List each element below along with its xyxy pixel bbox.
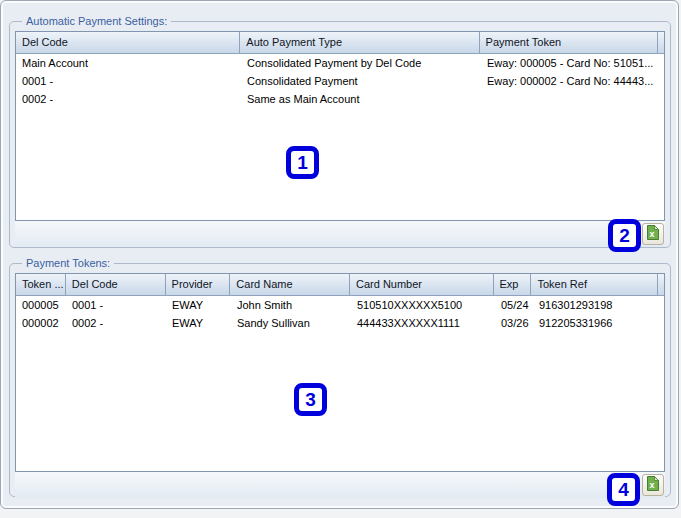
column-header-card-number[interactable]: Card Number: [350, 274, 494, 295]
export-excel-button[interactable]: x: [642, 474, 664, 496]
column-header-del-code[interactable]: Del Code: [66, 274, 166, 295]
column-header-card-name[interactable]: Card Name: [230, 274, 350, 295]
payment-tokens-grid: Token ... Del Code Provider Card Name Ca…: [15, 273, 665, 472]
cell-auto-payment-type: Consolidated Payment: [241, 72, 481, 90]
cell-provider: EWAY: [166, 296, 231, 314]
cell-token-ref: 912205331966: [533, 314, 660, 332]
column-header-del-code[interactable]: Del Code: [16, 32, 240, 53]
column-header-filler: [658, 32, 664, 53]
column-header-token-ref[interactable]: Token Ref: [531, 274, 658, 295]
column-header-auto-payment-type[interactable]: Auto Payment Type: [240, 32, 479, 53]
group-title-payment-tokens: Payment Tokens:: [22, 256, 114, 270]
table-row[interactable]: 0002 - Same as Main Account: [16, 90, 664, 108]
cell-auto-payment-type: Consolidated Payment by Del Code: [241, 54, 481, 72]
cell-del-code: Main Account: [16, 54, 241, 72]
cell-token: 000002: [16, 314, 66, 332]
cell-payment-token: Eway: 000005 - Card No: 51051...: [481, 54, 660, 72]
cell-del-code: 0001 -: [66, 296, 166, 314]
column-header-token[interactable]: Token ...: [16, 274, 66, 295]
cell-payment-token: [481, 90, 660, 108]
table-row[interactable]: Main Account Consolidated Payment by Del…: [16, 54, 664, 72]
payment-tokens-grid-footer: x: [15, 472, 665, 498]
svg-text:x: x: [649, 229, 654, 239]
payment-settings-grid-header: Del Code Auto Payment Type Payment Token: [16, 32, 664, 54]
cell-provider: EWAY: [166, 314, 231, 332]
column-header-filler: [658, 274, 664, 295]
group-automatic-payment-settings: Automatic Payment Settings: Del Code Aut…: [9, 21, 671, 248]
cell-token-ref: 916301293198: [533, 296, 660, 314]
cell-payment-token: Eway: 000002 - Card No: 44443...: [481, 72, 660, 90]
svg-text:x: x: [649, 480, 654, 490]
table-row[interactable]: 0001 - Consolidated Payment Eway: 000002…: [16, 72, 664, 90]
annotation-4: 4: [607, 473, 640, 506]
app-window: Automatic Payment Settings: Del Code Aut…: [0, 0, 679, 509]
column-header-payment-token[interactable]: Payment Token: [480, 32, 658, 53]
cell-exp: 05/24: [495, 296, 533, 314]
column-header-exp[interactable]: Exp: [494, 274, 532, 295]
table-row[interactable]: 000005 0001 - EWAY John Smith 510510XXXX…: [16, 296, 664, 314]
excel-file-icon: x: [646, 475, 660, 495]
group-title-automatic-payment-settings: Automatic Payment Settings:: [22, 14, 171, 28]
cell-exp: 03/26: [495, 314, 533, 332]
payment-tokens-grid-header: Token ... Del Code Provider Card Name Ca…: [16, 274, 664, 296]
export-excel-button[interactable]: x: [642, 223, 664, 245]
cell-card-number: 510510XXXXXX5100: [351, 296, 495, 314]
cell-card-name: John Smith: [231, 296, 351, 314]
column-header-provider[interactable]: Provider: [166, 274, 231, 295]
cell-del-code: 0002 -: [66, 314, 166, 332]
group-payment-tokens: Payment Tokens: Token ... Del Code Provi…: [9, 263, 671, 497]
table-row[interactable]: 000002 0002 - EWAY Sandy Sullivan 444433…: [16, 314, 664, 332]
annotation-2: 2: [608, 219, 641, 252]
annotation-1: 1: [286, 146, 319, 179]
payment-settings-grid: Del Code Auto Payment Type Payment Token…: [15, 31, 665, 221]
cell-del-code: 0001 -: [16, 72, 241, 90]
cell-card-name: Sandy Sullivan: [231, 314, 351, 332]
excel-file-icon: x: [646, 224, 660, 244]
payment-settings-grid-footer: x: [15, 221, 665, 247]
cell-token: 000005: [16, 296, 66, 314]
cell-card-number: 444433XXXXXX1111: [351, 314, 495, 332]
cell-del-code: 0002 -: [16, 90, 241, 108]
cell-auto-payment-type: Same as Main Account: [241, 90, 481, 108]
annotation-3: 3: [294, 383, 327, 416]
